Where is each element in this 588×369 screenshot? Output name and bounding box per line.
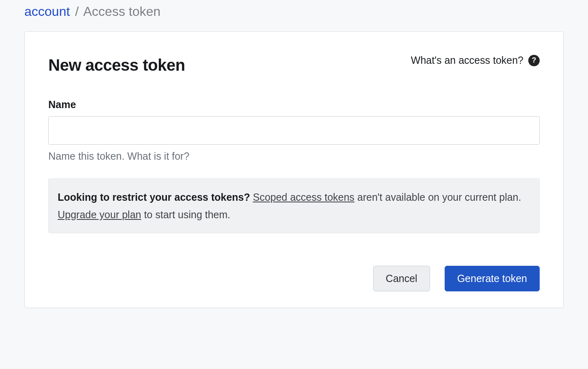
name-input[interactable] — [48, 116, 540, 145]
help-link[interactable]: What's an access token? ? — [411, 54, 540, 66]
breadcrumb-separator: / — [75, 4, 79, 19]
help-link-label: What's an access token? — [411, 54, 523, 66]
cancel-button[interactable]: Cancel — [373, 266, 430, 291]
upgrade-plan-link[interactable]: Upgrade your plan — [58, 209, 141, 220]
card-title: New access token — [48, 56, 185, 74]
name-field-group: Name Name this token. What is it for? — [48, 99, 540, 162]
new-token-card: New access token What's an access token?… — [24, 31, 564, 308]
help-icon: ? — [528, 55, 540, 66]
upgrade-notice: Looking to restrict your access tokens? … — [48, 178, 540, 233]
card-header: New access token What's an access token?… — [48, 56, 540, 74]
notice-text-2: to start using them. — [144, 209, 231, 220]
scoped-tokens-link[interactable]: Scoped access tokens — [253, 191, 355, 203]
breadcrumb-current: Access token — [83, 4, 160, 19]
breadcrumb-link-account[interactable]: account — [24, 4, 70, 19]
generate-button[interactable]: Generate token — [445, 266, 540, 291]
button-row: Cancel Generate token — [48, 266, 540, 291]
notice-text-1: aren't available on your current plan. — [357, 191, 521, 203]
breadcrumb: account / Access token — [0, 0, 588, 27]
notice-bold-text: Looking to restrict your access tokens? — [58, 191, 250, 203]
name-label: Name — [48, 99, 540, 111]
name-hint: Name this token. What is it for? — [48, 150, 540, 162]
